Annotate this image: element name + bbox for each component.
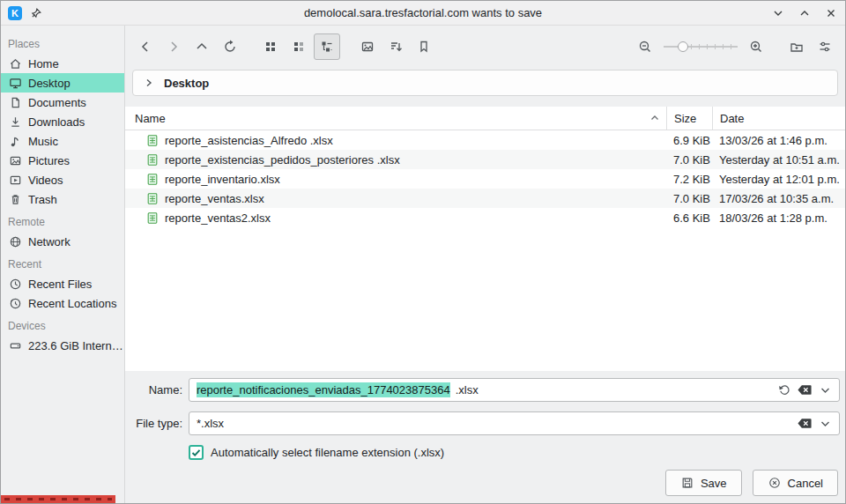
zoom-out-button[interactable] <box>632 33 658 60</box>
sidebar-item-internal-drive[interactable]: 223.6 GiB Intern… <box>1 336 124 355</box>
auto-extension-label[interactable]: Automatically select filename extension … <box>211 446 444 459</box>
undo-icon[interactable] <box>777 383 791 397</box>
save-button-label: Save <box>701 477 727 490</box>
filename-input[interactable]: reporte_notificaciones_enviadas_17740238… <box>189 378 840 402</box>
file-name: reporte_ventas2.xlsx <box>165 211 271 225</box>
file-date: Yesterday at 10:51 a.m. <box>712 150 845 169</box>
preview-button[interactable] <box>354 33 381 60</box>
titlebar[interactable]: K demolocal.sara.tresfactorial.com wants… <box>1 1 845 26</box>
spreadsheet-icon <box>145 211 160 225</box>
zoom-slider[interactable] <box>664 38 738 56</box>
sidebar-item-music[interactable]: Music <box>1 131 124 151</box>
sidebar-item-recent-locations[interactable]: Recent Locations <box>1 293 124 313</box>
file-row[interactable]: reporte_inventario.xlsx 7.2 KiB Yesterda… <box>125 169 845 189</box>
bookmark-button[interactable] <box>411 33 437 60</box>
chevron-down-icon[interactable] <box>818 417 832 431</box>
chevron-right-icon <box>142 76 156 90</box>
sidebar-item-label: Videos <box>28 174 63 187</box>
sidebar-item-label: Trash <box>28 193 57 206</box>
sidebar-item-label: 223.6 GiB Intern… <box>28 339 123 352</box>
column-header-name[interactable]: Name <box>125 107 666 130</box>
zoom-in-button[interactable] <box>743 33 769 60</box>
sort-ascending-icon <box>650 115 659 122</box>
file-size: 6.9 KiB <box>666 130 712 150</box>
sidebar-item-label: Recent Locations <box>28 297 116 310</box>
breadcrumb-location[interactable]: Desktop <box>164 77 209 90</box>
recent-locations-icon <box>8 296 22 310</box>
save-button[interactable]: Save <box>665 470 742 496</box>
column-header-size[interactable]: Size <box>666 107 712 130</box>
pin-icon[interactable] <box>29 6 43 20</box>
image-icon <box>8 153 22 167</box>
auto-extension-checkbox[interactable] <box>189 445 204 460</box>
file-list-header: Name Size Date <box>125 107 845 130</box>
filetype-combobox[interactable]: *.xlsx <box>189 411 840 435</box>
sidebar-item-videos[interactable]: Videos <box>1 170 124 189</box>
file-row[interactable]: reporte_existencias_pedidos_posteriores … <box>125 150 845 169</box>
toolbar <box>125 26 845 68</box>
filetype-field-label: File type: <box>128 417 182 430</box>
file-row[interactable]: reporte_asistencias_Alfredo .xlsx 6.9 Ki… <box>125 130 845 150</box>
recent-files-clock-icon <box>8 277 22 291</box>
file-row[interactable]: reporte_ventas.xlsx 7.0 KiB 17/03/26 at … <box>125 189 845 208</box>
options-button[interactable] <box>812 33 838 60</box>
zoom-slider-handle[interactable] <box>678 41 688 52</box>
sidebar-item-pictures[interactable]: Pictures <box>1 151 124 170</box>
home-icon <box>8 56 22 70</box>
section-header-recent: Recent <box>1 251 124 274</box>
music-note-icon <box>8 134 22 148</box>
window-close-button[interactable] <box>824 6 838 20</box>
window-title: demolocal.sara.tresfactorial.com wants t… <box>1 6 845 19</box>
tree-view-button[interactable] <box>314 33 340 60</box>
window-maximize-button[interactable] <box>798 6 812 20</box>
save-disk-icon <box>680 476 694 490</box>
file-size: 7.0 KiB <box>666 189 712 208</box>
file-row[interactable]: reporte_ventas2.xlsx 6.6 KiB 18/03/26 at… <box>125 208 845 227</box>
refresh-button[interactable] <box>217 33 243 60</box>
spreadsheet-icon <box>145 152 160 167</box>
sidebar-item-label: Downloads <box>28 115 85 129</box>
file-date: 18/03/26 at 1:28 p.m. <box>712 208 845 227</box>
spreadsheet-icon <box>145 133 160 147</box>
file-name: reporte_inventario.xlsx <box>165 173 280 186</box>
document-icon <box>8 95 22 109</box>
icons-view-button[interactable] <box>257 33 284 60</box>
download-icon <box>8 115 22 129</box>
sidebar-item-label: Network <box>28 235 70 248</box>
sidebar-item-recent-files[interactable]: Recent Files <box>1 274 124 293</box>
places-panel: Places Home Desktop Documents Downloads … <box>1 26 125 503</box>
cancel-button[interactable]: Cancel <box>753 470 838 496</box>
sort-button[interactable] <box>382 33 409 60</box>
up-button[interactable] <box>189 33 215 60</box>
compact-view-button[interactable] <box>286 33 312 60</box>
file-date: 13/03/26 at 1:46 p.m. <box>712 130 845 150</box>
sidebar-item-trash[interactable]: Trash <box>1 189 124 209</box>
column-header-date[interactable]: Date <box>712 107 845 130</box>
sidebar-item-home[interactable]: Home <box>1 54 124 73</box>
new-folder-button[interactable] <box>783 33 810 60</box>
forward-button[interactable] <box>160 33 187 60</box>
filename-extension-text: .xlsx <box>456 383 479 397</box>
sidebar-item-documents[interactable]: Documents <box>1 93 124 112</box>
sidebar-item-downloads[interactable]: Downloads <box>1 112 124 131</box>
filetype-value: *.xlsx <box>197 417 224 430</box>
file-name: reporte_ventas.xlsx <box>165 192 264 205</box>
file-date: 17/03/26 at 10:35 a.m. <box>712 189 845 208</box>
window-shade-button[interactable] <box>771 6 785 20</box>
file-name: reporte_asistencias_Alfredo .xlsx <box>165 134 333 147</box>
clear-text-icon[interactable] <box>798 383 812 397</box>
back-button[interactable] <box>132 33 159 60</box>
background-window-fragment <box>1 495 115 503</box>
spreadsheet-icon <box>145 191 160 205</box>
save-dialog-window: K demolocal.sara.tresfactorial.com wants… <box>0 0 846 504</box>
chevron-down-icon[interactable] <box>818 383 832 397</box>
location-bar[interactable]: Desktop <box>132 70 838 96</box>
sidebar-item-label: Home <box>28 57 59 70</box>
network-globe-icon <box>8 234 22 248</box>
desktop-icon <box>8 76 22 90</box>
clear-text-icon[interactable] <box>798 417 812 431</box>
sidebar-item-network[interactable]: Network <box>1 232 124 251</box>
sidebar-item-desktop[interactable]: Desktop <box>1 73 124 93</box>
kde-logo-icon: K <box>8 6 22 20</box>
sidebar-item-label: Desktop <box>28 77 70 90</box>
